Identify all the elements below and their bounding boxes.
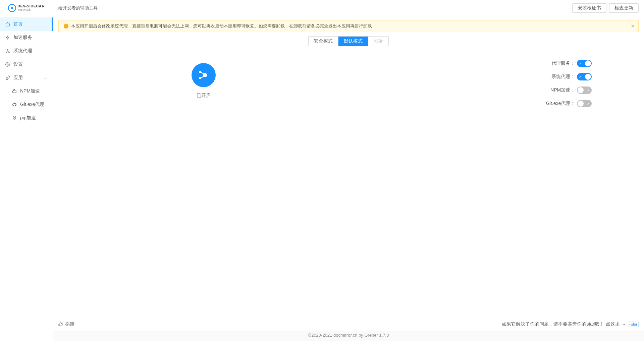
arrow-right-icon: →	[622, 322, 626, 327]
switch-git[interactable]: ✕	[577, 100, 592, 107]
switch-proxy-service[interactable]: ✓	[577, 60, 592, 67]
mode-tab-safe[interactable]: 安全模式	[309, 37, 338, 46]
copyright: ©2020-2021 docmirror.cn by Greper 1.7.3	[53, 331, 644, 341]
sidebar-item-label: 设置	[13, 61, 23, 67]
switch-label: Git.exe代理	[546, 101, 573, 107]
switch-row-npm: NPM加速 ✕	[348, 87, 592, 94]
switch-npm[interactable]: ✕	[577, 87, 592, 94]
donate-link[interactable]: 捐赠	[58, 321, 74, 327]
thumb-icon	[58, 322, 63, 327]
alert-text: 本应用开启后会修改系统代理，直接重启电脑可能会无法上网，您可以再次启动本应用即可…	[71, 23, 633, 29]
sidebar-item-label: 加速服务	[13, 35, 32, 41]
star-image[interactable]: star	[628, 322, 639, 327]
switch-row-system-proxy: 系统代理 ✓	[348, 73, 592, 80]
mode-tabs: 安全模式 默认模式 彩蛋	[58, 36, 639, 46]
switch-system-proxy[interactable]: ✓	[577, 73, 592, 80]
mode-tab-default[interactable]: 默认模式	[338, 37, 368, 46]
status-text: 已开启	[197, 93, 211, 99]
thumb-icon	[12, 89, 17, 94]
logo-name: DEV-SIDECAR	[17, 4, 45, 8]
sidebar-item-pip[interactable]: pip加速	[0, 111, 53, 125]
footer-star-link[interactable]: 点这里	[606, 321, 620, 327]
switch-label: 代理服务	[551, 60, 573, 66]
footer-bar: 捐赠 如果它解决了你的问题，请不要吝啬你的star哦！ 点这里 → star	[53, 318, 644, 331]
switch-row-proxy-service: 代理服务 ✓	[348, 60, 592, 67]
sidebar-item-label: NPM加速	[20, 88, 40, 94]
mode-tab-egg[interactable]: 彩蛋	[368, 37, 388, 46]
sidebar-item-proxy[interactable]: 系统代理	[0, 44, 53, 58]
header: 给开发者的辅助工具 安装根证书 检查更新	[53, 0, 644, 16]
sidebar: DEV-SIDECAR 开发者边车 首页 加速服务 系统代理 设置	[0, 0, 53, 341]
main-menu: 首页 加速服务 系统代理 设置 应用 ︿ NPM	[0, 16, 53, 341]
status-section: 已开启	[58, 56, 348, 314]
status-circle[interactable]	[192, 63, 216, 87]
sidebar-item-label: Git.exe代理	[20, 102, 44, 108]
switch-row-git: Git.exe代理 ✕	[348, 100, 592, 107]
link-icon	[5, 75, 10, 80]
sidebar-item-label: 首页	[13, 21, 23, 27]
warning-alert: ! 本应用开启后会修改系统代理，直接重启电脑可能会无法上网，您可以再次启动本应用…	[58, 20, 639, 32]
switch-label: NPM加速	[550, 87, 573, 93]
svg-point-4	[14, 117, 15, 118]
home-icon	[5, 22, 10, 26]
bolt-icon	[5, 35, 10, 40]
sidebar-item-label: pip加速	[20, 115, 36, 121]
logo-icon	[8, 4, 16, 12]
install-cert-button[interactable]: 安装根证书	[572, 3, 606, 13]
donate-label: 捐赠	[65, 321, 74, 327]
sidebar-item-speed[interactable]: 加速服务	[0, 31, 53, 44]
svg-point-3	[7, 64, 8, 65]
svg-line-9	[201, 76, 204, 78]
sidebar-item-npm[interactable]: NPM加速	[0, 84, 53, 98]
page-title: 给开发者的辅助工具	[58, 5, 572, 11]
sidebar-item-label: 应用	[13, 75, 23, 81]
footer-msg: 如果它解决了你的问题，请不要吝啬你的star哦！	[502, 321, 603, 327]
gear-icon	[5, 62, 10, 67]
alert-close-button[interactable]: ✕	[631, 24, 634, 29]
sidebar-item-label: 系统代理	[13, 48, 32, 54]
switches-section: 代理服务 ✓ 系统代理 ✓ NPM加速	[348, 56, 639, 314]
main: 给开发者的辅助工具 安装根证书 检查更新 ! 本应用开启后会修改系统代理，直接重…	[53, 0, 644, 341]
svg-point-0	[7, 49, 8, 50]
pin-icon	[12, 116, 17, 120]
svg-line-8	[201, 72, 204, 74]
sidebar-item-settings[interactable]: 设置	[0, 58, 53, 71]
sidebar-item-git[interactable]: Git.exe代理	[0, 98, 53, 111]
network-icon	[5, 49, 10, 53]
submenu-apps: NPM加速 Git.exe代理 pip加速	[0, 84, 53, 125]
sidebar-item-apps[interactable]: 应用 ︿	[0, 71, 53, 84]
warning-icon: !	[64, 24, 68, 29]
check-update-button[interactable]: 检查更新	[609, 3, 639, 13]
chevron-up-icon: ︿	[44, 75, 47, 80]
sidebar-item-home[interactable]: 首页	[0, 17, 53, 31]
switch-label: 系统代理	[551, 74, 573, 80]
connection-icon	[198, 69, 210, 81]
logo-sub: 开发者边车	[17, 8, 45, 12]
github-icon	[12, 102, 17, 107]
logo: DEV-SIDECAR 开发者边车	[0, 0, 53, 16]
